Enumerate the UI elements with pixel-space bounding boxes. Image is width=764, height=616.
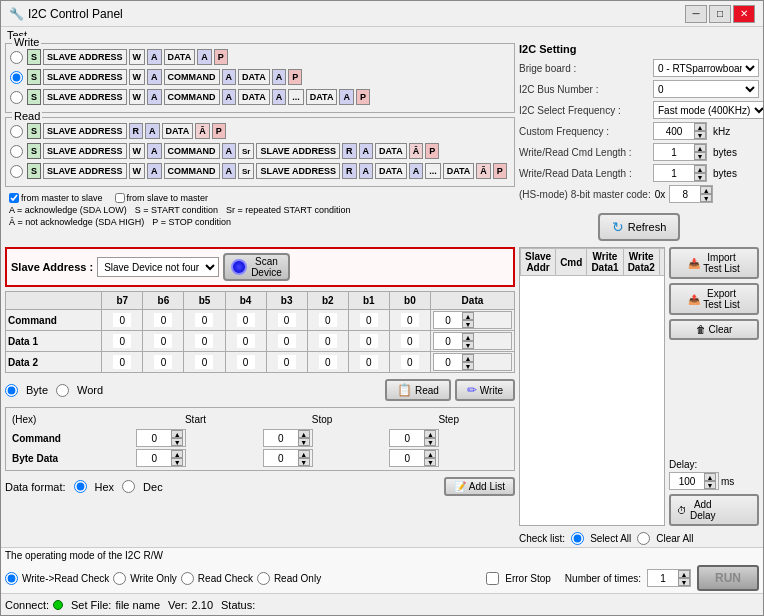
command-b2[interactable] — [319, 313, 337, 327]
times-up[interactable]: ▲ — [678, 570, 690, 578]
run-button[interactable]: RUN — [697, 565, 759, 591]
hex-cmd-stop-input[interactable] — [264, 430, 298, 446]
frequency-dropdown[interactable]: Fast mode (400KHz) — [653, 101, 764, 119]
error-stop-checkbox[interactable] — [486, 572, 499, 585]
hs-mode-down[interactable]: ▼ — [700, 194, 712, 202]
clear-button[interactable]: 🗑 Clear — [669, 319, 759, 340]
legend-check-1[interactable] — [9, 193, 19, 203]
delay-down[interactable]: ▼ — [704, 481, 716, 489]
clear-all-radio[interactable] — [637, 532, 650, 545]
command-data-input[interactable] — [434, 312, 462, 328]
write-radio-1[interactable] — [10, 51, 23, 64]
data2-b3[interactable] — [278, 355, 296, 369]
bus-number-dropdown[interactable]: 0 — [653, 80, 759, 98]
hs-mode-up[interactable]: ▲ — [700, 186, 712, 194]
command-data-down[interactable]: ▼ — [462, 320, 474, 328]
hex-byte-start-down[interactable]: ▼ — [171, 458, 183, 466]
data1-b7[interactable] — [113, 334, 131, 348]
read-check-radio[interactable] — [181, 572, 194, 585]
times-input[interactable] — [648, 570, 678, 586]
hex-cmd-step-down[interactable]: ▼ — [424, 438, 436, 446]
export-test-list-button[interactable]: 📤 ExportTest List — [669, 283, 759, 315]
hex-cmd-start-up[interactable]: ▲ — [171, 430, 183, 438]
read-radio-3[interactable] — [10, 165, 23, 178]
data1-b2[interactable] — [319, 334, 337, 348]
write-radio-3[interactable] — [10, 91, 23, 104]
data1-data-up[interactable]: ▲ — [462, 333, 474, 341]
add-delay-button[interactable]: ⏱ AddDelay — [669, 494, 759, 526]
data1-b1[interactable] — [360, 334, 378, 348]
scan-device-button[interactable]: ScanDevice — [223, 253, 290, 281]
legend-check-2[interactable] — [115, 193, 125, 203]
hex-cmd-stop-down[interactable]: ▼ — [298, 438, 310, 446]
command-b1[interactable] — [360, 313, 378, 327]
data2-b5[interactable] — [195, 355, 213, 369]
hex-byte-step-input[interactable] — [390, 450, 424, 466]
write-only-radio[interactable] — [113, 572, 126, 585]
write-read-radio[interactable] — [5, 572, 18, 585]
data2-b7[interactable] — [113, 355, 131, 369]
command-b0[interactable] — [401, 313, 419, 327]
read-button[interactable]: 📋 Read — [385, 379, 451, 401]
data2-data-input[interactable] — [434, 354, 462, 370]
data-length-input[interactable] — [654, 165, 694, 181]
brige-board-dropdown[interactable]: 0 - RTSparrowboard (1.3.2 — [653, 59, 759, 77]
command-b3[interactable] — [278, 313, 296, 327]
write-radio-2[interactable] — [10, 71, 23, 84]
delay-up[interactable]: ▲ — [704, 473, 716, 481]
data2-b6[interactable] — [154, 355, 172, 369]
data-length-up[interactable]: ▲ — [694, 165, 706, 173]
data1-data-down[interactable]: ▼ — [462, 341, 474, 349]
data2-data-down[interactable]: ▼ — [462, 362, 474, 370]
data2-b1[interactable] — [360, 355, 378, 369]
cmd-length-input[interactable] — [654, 144, 694, 160]
import-test-list-button[interactable]: 📥 ImportTest List — [669, 247, 759, 279]
hex-byte-step-up[interactable]: ▲ — [424, 450, 436, 458]
hex-byte-start-up[interactable]: ▲ — [171, 450, 183, 458]
slave-address-dropdown[interactable]: Slave Device not four — [97, 257, 219, 277]
add-list-button[interactable]: 📝 Add List — [444, 477, 515, 496]
data1-b5[interactable] — [195, 334, 213, 348]
data1-b6[interactable] — [154, 334, 172, 348]
read-radio-1[interactable] — [10, 125, 23, 138]
hex-byte-start-input[interactable] — [137, 450, 171, 466]
hex-cmd-step-up[interactable]: ▲ — [424, 430, 436, 438]
data1-b3[interactable] — [278, 334, 296, 348]
read-radio-2[interactable] — [10, 145, 23, 158]
data1-b4[interactable] — [237, 334, 255, 348]
data2-b4[interactable] — [237, 355, 255, 369]
command-data-up[interactable]: ▲ — [462, 312, 474, 320]
hex-cmd-step-input[interactable] — [390, 430, 424, 446]
byte-radio[interactable] — [5, 384, 18, 397]
hex-byte-stop-input[interactable] — [264, 450, 298, 466]
minimize-button[interactable]: ─ — [685, 5, 707, 23]
command-b6[interactable] — [154, 313, 172, 327]
hex-byte-stop-up[interactable]: ▲ — [298, 450, 310, 458]
custom-freq-up[interactable]: ▲ — [694, 123, 706, 131]
hex-cmd-stop-up[interactable]: ▲ — [298, 430, 310, 438]
delay-input[interactable] — [670, 473, 704, 489]
hs-mode-input[interactable] — [670, 186, 700, 202]
data2-b2[interactable] — [319, 355, 337, 369]
refresh-button[interactable]: ↻ Refresh — [598, 213, 681, 241]
command-b7[interactable] — [113, 313, 131, 327]
data2-b0[interactable] — [401, 355, 419, 369]
read-only-radio[interactable] — [257, 572, 270, 585]
command-b4[interactable] — [237, 313, 255, 327]
data2-data-up[interactable]: ▲ — [462, 354, 474, 362]
hex-byte-step-down[interactable]: ▼ — [424, 458, 436, 466]
hex-cmd-start-down[interactable]: ▼ — [171, 438, 183, 446]
cmd-length-down[interactable]: ▼ — [694, 152, 706, 160]
hex-radio[interactable] — [74, 480, 87, 493]
maximize-button[interactable]: □ — [709, 5, 731, 23]
custom-freq-down[interactable]: ▼ — [694, 131, 706, 139]
dec-radio[interactable] — [122, 480, 135, 493]
write-button[interactable]: ✏ Write — [455, 379, 515, 401]
close-button[interactable]: ✕ — [733, 5, 755, 23]
word-radio[interactable] — [56, 384, 69, 397]
data1-data-input[interactable] — [434, 333, 462, 349]
command-b5[interactable] — [195, 313, 213, 327]
data-length-down[interactable]: ▼ — [694, 173, 706, 181]
hex-byte-stop-down[interactable]: ▼ — [298, 458, 310, 466]
select-all-radio[interactable] — [571, 532, 584, 545]
